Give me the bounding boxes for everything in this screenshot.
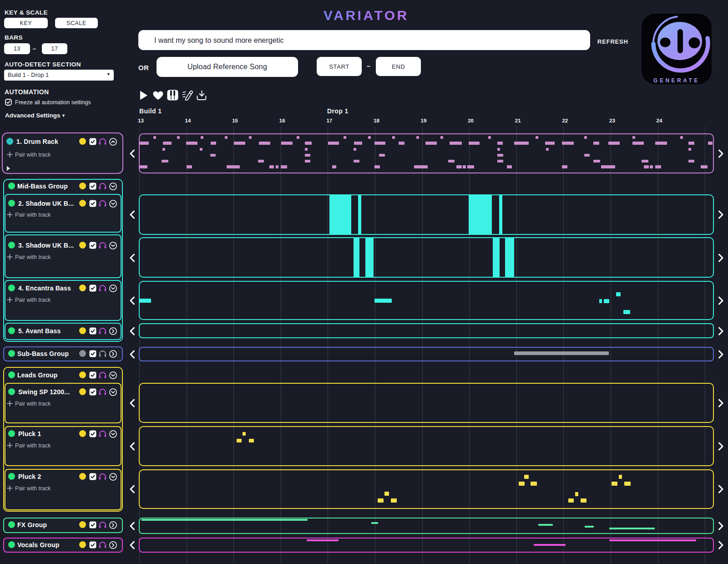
svg-text:GENERATE: GENERATE bbox=[653, 77, 700, 84]
